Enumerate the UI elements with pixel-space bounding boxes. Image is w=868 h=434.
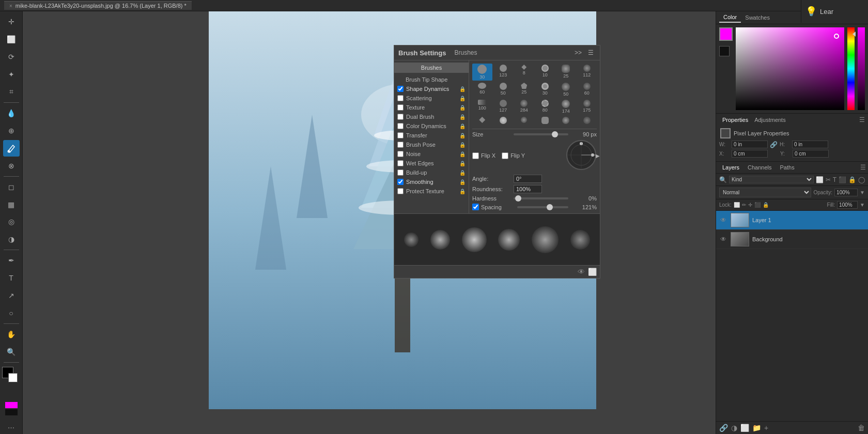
- add-mask-btn[interactable]: ⬜: [740, 424, 749, 432]
- document-tab[interactable]: × mike-blank-L23AkTe3y20-unsplash.jpg @ …: [4, 1, 192, 10]
- text-tool-btn[interactable]: T: [3, 270, 20, 286]
- dodge-btn[interactable]: ◑: [3, 231, 20, 247]
- color-tab[interactable]: Color: [719, 12, 741, 23]
- paths-tab[interactable]: Paths: [776, 163, 799, 172]
- hardness-thumb[interactable]: [515, 195, 521, 202]
- color-gradient-picker[interactable]: [736, 27, 844, 110]
- protect-texture-checkbox[interactable]: [397, 188, 404, 194]
- move-tool-btn[interactable]: ✛: [3, 13, 20, 30]
- hue-slider[interactable]: [847, 27, 855, 110]
- background-color[interactable]: [8, 373, 18, 382]
- path-select-btn[interactable]: ↗: [3, 287, 20, 304]
- hand-tool-btn[interactable]: ✋: [3, 326, 20, 343]
- delete-layer-btn[interactable]: 🗑: [858, 424, 865, 432]
- quick-color-bg[interactable]: [5, 409, 18, 415]
- eyedropper-btn[interactable]: 💧: [3, 105, 20, 121]
- color-bg-swatch[interactable]: [719, 46, 730, 56]
- h-input[interactable]: [792, 141, 828, 148]
- layers-panel-menu[interactable]: ☰: [860, 164, 866, 171]
- learn-label[interactable]: Lear: [820, 8, 833, 16]
- y-input[interactable]: [793, 150, 829, 158]
- shape-tool-btn[interactable]: ○: [3, 305, 20, 321]
- preset-127[interactable]: 127: [493, 99, 514, 115]
- preset-50b[interactable]: 50: [556, 82, 576, 98]
- preset-25b[interactable]: 25: [514, 82, 534, 98]
- layer-filter-toggle[interactable]: ◯: [858, 176, 865, 183]
- healing-btn[interactable]: ⊕: [3, 122, 20, 139]
- quick-select-btn[interactable]: ✦: [3, 66, 20, 83]
- gradient-btn[interactable]: ▦: [3, 196, 20, 213]
- angle-circle-widget[interactable]: [566, 140, 597, 171]
- layer-icon-filter-4[interactable]: ⬛: [839, 176, 846, 183]
- shape-dynamics-checkbox[interactable]: [397, 86, 404, 92]
- dual-brush-option[interactable]: Dual Brush 🔒: [394, 112, 469, 121]
- preset-r4c3[interactable]: [514, 116, 534, 126]
- lock-transparent-btn[interactable]: ⬜: [734, 202, 740, 208]
- preset-60a[interactable]: 60: [472, 82, 492, 98]
- preset-80[interactable]: 80: [535, 99, 555, 115]
- preset-8[interactable]: 8: [514, 64, 534, 81]
- fill-input[interactable]: [837, 201, 858, 209]
- w-input[interactable]: [732, 141, 768, 148]
- color-fg-swatch[interactable]: [719, 27, 733, 41]
- wet-edges-option[interactable]: Wet Edges 🔒: [394, 159, 469, 168]
- channels-tab[interactable]: Channels: [743, 163, 776, 172]
- preset-25a[interactable]: 25: [556, 64, 576, 81]
- properties-panel-menu[interactable]: ☰: [859, 116, 865, 123]
- tab-close-btn[interactable]: ×: [9, 3, 12, 9]
- link-icon[interactable]: 🔗: [770, 141, 778, 148]
- panel-expand-btn[interactable]: >>: [572, 49, 584, 57]
- brushes-section-btn[interactable]: Brushes: [394, 63, 469, 73]
- preset-30[interactable]: 30: [472, 64, 492, 81]
- transfer-checkbox[interactable]: [397, 132, 404, 138]
- preset-r4c6[interactable]: [577, 116, 597, 126]
- kind-filter-select[interactable]: Kind: [729, 176, 814, 183]
- smoothing-option[interactable]: Smoothing 🔒: [394, 177, 469, 187]
- preset-100[interactable]: 100: [472, 99, 492, 115]
- flip-x-label[interactable]: Flip X: [472, 152, 495, 159]
- brushes-tab[interactable]: Brushes: [454, 49, 477, 56]
- smoothing-checkbox[interactable]: [397, 179, 404, 185]
- dual-brush-checkbox[interactable]: [397, 114, 404, 120]
- preset-284[interactable]: 284: [514, 99, 534, 115]
- flip-y-label[interactable]: Flip Y: [502, 152, 525, 159]
- preset-112[interactable]: 112: [577, 64, 597, 81]
- panel-eye-btn[interactable]: 👁: [578, 268, 585, 276]
- blend-mode-select[interactable]: Normal: [719, 188, 811, 197]
- clone-stamp-btn[interactable]: ⊗: [3, 158, 20, 174]
- shape-dynamics-option[interactable]: Shape Dynamics 🔒: [394, 84, 469, 94]
- preset-175[interactable]: 175: [577, 99, 597, 115]
- layer-icon-filter-3[interactable]: T: [833, 176, 836, 183]
- brush-tool-btn[interactable]: [3, 140, 20, 157]
- brush-pose-option[interactable]: Brush Pose 🔒: [394, 140, 469, 149]
- preset-r4c4[interactable]: [535, 116, 555, 126]
- layers-tab[interactable]: Layers: [718, 163, 743, 172]
- spacing-slider[interactable]: [517, 206, 568, 208]
- lock-all-btn[interactable]: 🔒: [763, 202, 769, 208]
- angle-input[interactable]: [514, 175, 542, 183]
- adjustments-tab[interactable]: Adjustments: [751, 116, 789, 124]
- opacity-input[interactable]: [834, 189, 858, 196]
- protect-texture-option[interactable]: Protect Texture 🔒: [394, 187, 469, 196]
- layer-item-background[interactable]: 👁 Background: [716, 230, 868, 249]
- pen-tool-btn[interactable]: ✒: [3, 252, 20, 269]
- properties-tab[interactable]: Properties: [719, 116, 751, 124]
- x-input[interactable]: [732, 150, 768, 158]
- add-adjustment-btn[interactable]: ◑: [731, 424, 737, 432]
- quick-color-fg[interactable]: [5, 402, 18, 408]
- layer-icon-filter-5[interactable]: 🔒: [848, 176, 856, 183]
- spacing-thumb[interactable]: [547, 204, 553, 210]
- lock-position-btn[interactable]: ✛: [748, 202, 752, 208]
- lasso-tool-btn[interactable]: ⟳: [3, 49, 20, 65]
- brush-tip-shape-option[interactable]: Brush Tip Shape: [394, 75, 469, 84]
- lock-artboard-btn[interactable]: ⬛: [754, 202, 761, 208]
- color-dynamics-option[interactable]: Color Dynamics 🔒: [394, 121, 469, 131]
- swatches-tab[interactable]: Swatches: [741, 13, 774, 22]
- transfer-option[interactable]: Transfer 🔒: [394, 131, 469, 140]
- brush-settings-title[interactable]: Brush Settings: [398, 49, 446, 57]
- brush-pose-checkbox[interactable]: [397, 142, 404, 148]
- marquee-tool-btn[interactable]: ⬜: [3, 31, 20, 48]
- preset-10[interactable]: 10: [535, 64, 555, 81]
- preset-r4c5[interactable]: [556, 116, 576, 126]
- panel-menu-btn[interactable]: ☰: [586, 49, 596, 57]
